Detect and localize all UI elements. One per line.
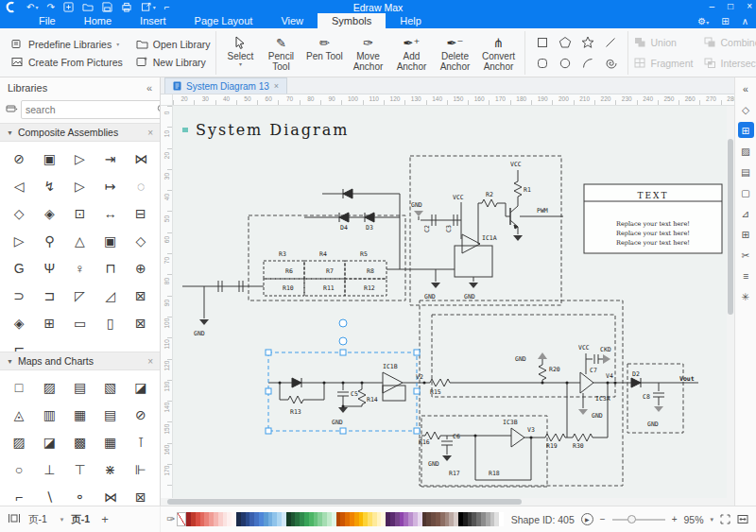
drawing-canvas[interactable]: System DiagramVCCR1R2PWMGNDVCCC2C3IC1AGN… <box>173 106 727 498</box>
maximize-button[interactable]: □ <box>728 1 733 11</box>
library-symbol[interactable]: ◪ <box>126 373 156 401</box>
library-symbol[interactable]: ▣ <box>34 145 64 172</box>
library-symbol[interactable]: ⊞ <box>34 309 64 336</box>
delete-anchor-button[interactable]: ✒⁻ Delete Anchor <box>434 34 475 73</box>
library-symbol[interactable]: ◪ <box>34 428 64 455</box>
library-symbol[interactable]: ⊘ <box>126 401 156 428</box>
library-symbol[interactable]: ◈ <box>34 199 64 227</box>
library-symbol[interactable]: ⚲ <box>34 227 64 254</box>
line-shape-button[interactable] <box>599 32 622 53</box>
library-symbol[interactable]: ▷ <box>4 227 34 254</box>
library-symbol[interactable]: ↔ <box>95 199 126 227</box>
library-symbol[interactable]: ⊐ <box>34 282 64 309</box>
library-symbol[interactable]: ▭ <box>64 309 94 336</box>
library-symbol[interactable]: ⊥ <box>34 455 64 483</box>
clipart-icon[interactable]: ✂ <box>738 247 754 263</box>
collapse-panel-icon[interactable]: « <box>738 80 754 96</box>
rectangle-shape-button[interactable] <box>531 32 554 53</box>
library-symbol[interactable]: ⋇ <box>95 455 126 483</box>
library-symbol[interactable]: ◇ <box>126 227 156 254</box>
page-overview-icon[interactable] <box>8 513 21 525</box>
library-symbol[interactable]: ◈ <box>4 309 34 336</box>
zoom-out-button[interactable]: − <box>600 514 606 524</box>
zoom-in-button[interactable]: + <box>672 514 678 524</box>
library-symbol[interactable]: ◸ <box>64 282 94 309</box>
selection-handles[interactable] <box>266 319 420 434</box>
library-symbol[interactable]: ⊠ <box>126 483 156 506</box>
open-library-button[interactable]: Open Library <box>136 39 211 50</box>
page-setup-icon[interactable]: ▢ <box>738 184 754 200</box>
pentagon-shape-button[interactable] <box>554 32 576 53</box>
library-symbol[interactable]: ◿ <box>95 282 126 309</box>
library-symbol[interactable]: ⚬ <box>64 483 94 506</box>
library-symbol[interactable]: ○ <box>4 455 34 483</box>
menu-page-layout[interactable]: Page Layout <box>180 13 267 29</box>
library-symbol[interactable]: □ <box>4 373 34 401</box>
library-symbol[interactable]: ▩ <box>64 428 94 455</box>
menu-symbols[interactable]: Symbols <box>318 13 386 29</box>
collapse-libraries-icon[interactable]: « <box>146 82 152 94</box>
document-tab[interactable]: System Diagram 13 × <box>164 77 287 94</box>
close-tab-icon[interactable]: × <box>274 81 279 91</box>
library-symbol[interactable]: ▨ <box>34 373 64 401</box>
library-symbol[interactable]: ∖ <box>34 483 64 506</box>
menu-file[interactable]: File <box>25 13 70 29</box>
expand-icon[interactable]: ✳ <box>738 288 754 304</box>
library-symbol[interactable]: ⋈ <box>95 483 126 506</box>
vertical-scrollbar[interactable] <box>727 106 734 498</box>
section-composite-assemblies[interactable]: ▼ Composite Assemblies × <box>0 123 160 142</box>
menu-help[interactable]: Help <box>386 13 436 29</box>
library-symbol[interactable]: ▨ <box>4 428 34 455</box>
collapse-ribbon-icon[interactable]: ∧ <box>742 16 748 26</box>
menu-insert[interactable]: Insert <box>126 13 180 29</box>
library-symbol[interactable]: ⊟ <box>126 199 156 227</box>
library-symbol[interactable]: ⊕ <box>126 254 156 282</box>
page-tab[interactable]: 页-1 <box>71 513 90 526</box>
select-tool-button[interactable]: Select ▾ <box>222 34 258 73</box>
vertical-scrollbar-thumb[interactable] <box>728 139 733 315</box>
library-symbol[interactable]: ▧ <box>95 373 126 401</box>
library-symbol[interactable]: G <box>4 254 34 282</box>
star-shape-button[interactable] <box>576 32 599 53</box>
library-symbol[interactable]: ▷ <box>64 145 94 172</box>
library-symbol[interactable]: ◇ <box>4 199 34 227</box>
library-symbol[interactable]: ↦ <box>95 172 126 199</box>
workspace-grid-icon[interactable]: ⊞ <box>721 16 729 26</box>
rounded-rectangle-shape-button[interactable] <box>531 53 554 74</box>
library-symbol[interactable]: ▦ <box>95 428 126 455</box>
zoom-slider-knob[interactable] <box>627 515 636 523</box>
fullscreen-icon[interactable] <box>720 514 730 524</box>
menu-view[interactable]: View <box>266 13 318 29</box>
close-button[interactable]: × <box>747 1 752 11</box>
library-symbol[interactable]: ▷ <box>64 172 94 199</box>
library-symbol[interactable]: ▤ <box>95 401 126 428</box>
color-swatch[interactable] <box>499 512 504 526</box>
spiral-shape-button[interactable] <box>599 53 622 74</box>
section-maps-and-charts[interactable]: ▼ Maps and Charts × <box>0 352 160 370</box>
rotation-handle[interactable] <box>339 337 347 345</box>
section-close-icon[interactable]: × <box>147 128 153 138</box>
pencil-tool-button[interactable]: ✎ Pencil Tool <box>260 34 301 73</box>
format-brush-icon[interactable]: ✑ <box>166 513 175 525</box>
search-input[interactable] <box>26 104 153 115</box>
library-symbol[interactable]: Ψ <box>34 254 64 282</box>
library-symbol[interactable]: ⊠ <box>126 282 156 309</box>
page-list-caret-icon[interactable]: ▾ <box>60 516 64 523</box>
menu-home[interactable]: Home <box>70 13 126 29</box>
library-symbol[interactable]: ⊃ <box>4 282 34 309</box>
library-symbol[interactable]: ♀ <box>64 254 94 282</box>
rotation-handle[interactable] <box>339 319 347 327</box>
library-symbol[interactable]: △ <box>64 227 94 254</box>
library-symbol[interactable]: ⊤ <box>64 455 94 483</box>
library-symbol[interactable]: ⊠ <box>126 309 156 336</box>
library-symbol[interactable]: ⋈ <box>126 145 156 172</box>
add-anchor-button[interactable]: ✒⁺ Add Anchor <box>390 34 432 73</box>
outline-icon[interactable]: ≡ <box>738 267 754 283</box>
library-symbol[interactable]: ⌐ <box>4 483 34 506</box>
library-symbol[interactable]: ▤ <box>64 373 94 401</box>
library-symbol[interactable]: ◁ <box>4 172 34 199</box>
horizontal-scrollbar-thumb[interactable] <box>167 499 522 505</box>
circle-shape-button[interactable] <box>554 53 576 74</box>
library-symbol[interactable]: ↯ <box>34 172 64 199</box>
zoom-caret-icon[interactable]: ▾ <box>710 516 713 523</box>
